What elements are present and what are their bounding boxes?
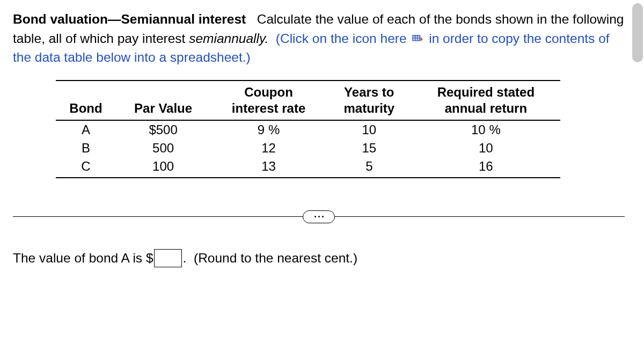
cell-req: 16: [412, 157, 560, 178]
prompt-italic: semiannually.: [189, 31, 268, 46]
answer-row: The value of bond A is $. (Round to the …: [13, 249, 625, 267]
bond-a-value-input[interactable]: [154, 249, 182, 267]
answer-before: The value of bond A is $: [13, 251, 153, 266]
dot-icon: [314, 216, 316, 217]
col-years-l2: maturity: [343, 101, 394, 115]
cell-req: 10 %: [412, 120, 560, 139]
answer-period: .: [183, 251, 187, 266]
cell-bond: A: [56, 120, 116, 139]
cell-years: 5: [327, 157, 412, 178]
expand-more-button[interactable]: [303, 210, 335, 223]
col-req-l1: Required stated: [437, 85, 535, 99]
cell-par: 500: [116, 139, 210, 157]
prompt-title: Bond valuation—Semiannual interest: [13, 12, 246, 26]
cell-coupon: 12: [210, 139, 327, 157]
cell-years: 15: [327, 139, 412, 157]
dot-icon: [322, 216, 324, 217]
prompt-text: Bond valuation—Semiannual interest Calcu…: [13, 10, 625, 67]
cell-par: $500: [116, 120, 210, 139]
col-bond: Bond: [56, 81, 116, 120]
col-par: Par Value: [116, 81, 210, 120]
col-par-label: Par Value: [134, 101, 192, 115]
col-bond-label: Bond: [69, 101, 102, 115]
table-row: C 100 13 5 16: [56, 157, 560, 178]
bond-table-wrap: Bond Par Value Coupon interest rate Year…: [56, 80, 560, 178]
cell-bond: B: [56, 139, 116, 157]
copy-hint-before: (Click on the icon here: [276, 31, 407, 46]
table-row: B 500 12 15 10: [56, 139, 560, 157]
cell-req: 10: [412, 139, 560, 157]
col-required: Required stated annual return: [412, 81, 560, 120]
col-years: Years to maturity: [327, 81, 412, 120]
col-coupon-l2: interest rate: [232, 101, 305, 115]
col-coupon: Coupon interest rate: [210, 81, 327, 120]
vertical-scrollbar-thumb[interactable]: [632, 3, 643, 62]
question-content: Bond valuation—Semiannual interest Calcu…: [0, 0, 638, 267]
dot-icon: [318, 216, 320, 217]
table-header-row: Bond Par Value Coupon interest rate Year…: [56, 81, 560, 120]
copy-table-icon[interactable]: [412, 30, 423, 38]
section-divider: [13, 210, 625, 223]
col-coupon-l1: Coupon: [244, 85, 293, 99]
cell-bond: C: [56, 157, 116, 178]
cell-coupon: 13: [210, 157, 327, 178]
answer-hint: (Round to the nearest cent.): [194, 251, 357, 266]
cell-coupon: 9 %: [210, 120, 327, 139]
svg-rect-0: [413, 35, 420, 40]
cell-years: 10: [327, 120, 412, 139]
col-years-l1: Years to: [344, 85, 394, 99]
table-row: A $500 9 % 10 10 %: [56, 120, 560, 139]
bond-table: Bond Par Value Coupon interest rate Year…: [56, 80, 560, 178]
cell-par: 100: [116, 157, 210, 178]
col-req-l2: annual return: [445, 101, 527, 115]
